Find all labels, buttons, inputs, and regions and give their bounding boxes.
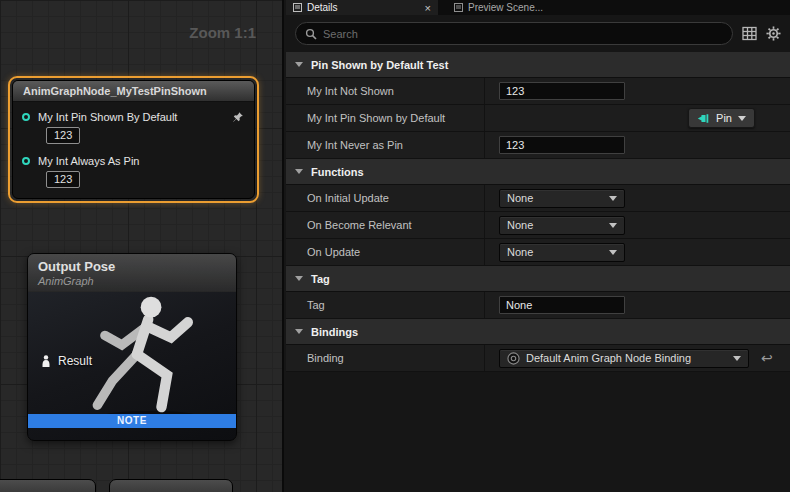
chevron-down-icon — [738, 116, 746, 121]
row-on-update: On Update None — [286, 239, 790, 266]
partial-node[interactable] — [109, 479, 233, 492]
details-toolbar — [286, 15, 790, 52]
my-int-not-shown-input[interactable] — [499, 82, 625, 100]
reset-to-default-icon[interactable]: ↩ — [761, 351, 773, 365]
chevron-down-icon — [609, 250, 617, 255]
details-panel: Details × Preview Scene... — [286, 0, 790, 492]
mannequin-preview-image — [72, 294, 232, 426]
section-pin-shown-by-default-test[interactable]: Pin Shown by Default Test — [286, 52, 790, 78]
output-pose-node[interactable]: Output Pose AnimGraph — [27, 253, 237, 441]
node-title[interactable]: AnimGraphNode_MyTestPinShown — [13, 81, 254, 102]
pose-pin-icon — [40, 355, 52, 367]
pin-button-label: Pin — [716, 112, 732, 124]
search-icon — [305, 28, 317, 40]
dropdown-value: None — [507, 192, 603, 204]
property-matrix-icon[interactable] — [742, 26, 757, 41]
chevron-down-icon — [295, 276, 303, 281]
search-input[interactable] — [323, 28, 723, 40]
on-update-dropdown[interactable]: None — [499, 243, 625, 262]
pin-default-value[interactable]: 123 — [46, 127, 80, 144]
row-binding: Binding Default Anim Graph Node Binding … — [286, 345, 790, 372]
my-int-never-as-pin-input[interactable] — [499, 136, 625, 154]
dropdown-value: None — [507, 219, 603, 231]
property-label: My Int Not Shown — [286, 78, 485, 104]
property-label: My Int Never as Pin — [286, 132, 485, 158]
result-pin-label: Result — [58, 354, 92, 368]
section-title: Bindings — [311, 326, 358, 338]
note-bar[interactable]: NOTE — [28, 414, 236, 428]
partial-node[interactable] — [0, 479, 96, 492]
property-label: Tag — [286, 292, 485, 318]
node-pin-row: My Int Always As Pin — [13, 146, 254, 167]
chevron-down-icon — [733, 356, 741, 361]
section-functions[interactable]: Functions — [286, 159, 790, 185]
section-tag[interactable]: Tag — [286, 266, 790, 292]
tab-details[interactable]: Details × — [286, 0, 438, 15]
tab-label: Details — [307, 2, 338, 13]
section-bindings[interactable]: Bindings — [286, 319, 790, 345]
on-become-relevant-dropdown[interactable]: None — [499, 216, 625, 235]
property-label: On Initial Update — [286, 185, 485, 211]
property-label: On Become Relevant — [286, 212, 485, 238]
details-tab-icon — [293, 3, 302, 12]
row-tag: Tag — [286, 292, 790, 319]
int-pin-icon[interactable] — [22, 113, 30, 121]
pin-label: My Int Pin Shown By Default — [38, 111, 177, 123]
output-node-header[interactable]: Output Pose AnimGraph — [28, 254, 236, 292]
binding-dropdown[interactable]: Default Anim Graph Node Binding — [499, 349, 749, 368]
gear-icon[interactable] — [766, 26, 781, 41]
pin-icon — [697, 112, 710, 125]
pose-preview: Result NOTE — [28, 292, 236, 428]
section-title: Tag — [311, 273, 330, 285]
preview-tab-icon — [454, 3, 463, 12]
zoom-level-label: Zoom 1:1 — [189, 24, 256, 41]
dropdown-value: Default Anim Graph Node Binding — [526, 352, 721, 364]
chevron-down-icon — [295, 329, 303, 334]
close-icon[interactable]: × — [425, 3, 431, 13]
row-my-int-never-as-pin: My Int Never as Pin — [286, 132, 790, 159]
pin-label: My Int Always As Pin — [38, 155, 139, 167]
dropdown-value: None — [507, 246, 603, 258]
chevron-down-icon — [295, 62, 303, 67]
on-initial-update-dropdown[interactable]: None — [499, 189, 625, 208]
binding-icon — [507, 352, 520, 365]
section-title: Pin Shown by Default Test — [311, 59, 448, 71]
row-on-initial-update: On Initial Update None — [286, 185, 790, 212]
result-pin[interactable]: Result — [40, 354, 92, 368]
property-label: On Update — [286, 239, 485, 265]
tab-label: Preview Scene... — [468, 2, 543, 13]
int-pin-icon[interactable] — [22, 157, 30, 165]
chevron-down-icon — [295, 169, 303, 174]
row-my-int-not-shown: My Int Not Shown — [286, 78, 790, 105]
pin-visibility-dropdown[interactable]: Pin — [688, 108, 755, 128]
anim-graph-canvas[interactable]: Zoom 1:1 AnimGraphNode_MyTestPinShown My… — [0, 0, 284, 492]
property-label: Binding — [286, 345, 485, 371]
node-title: Output Pose — [38, 259, 226, 274]
chevron-down-icon — [609, 223, 617, 228]
property-label: My Int Pin Shown by Default — [286, 105, 485, 131]
pin-toggle-icon[interactable] — [232, 111, 244, 123]
row-my-int-pin-shown-by-default: My Int Pin Shown by Default Pin — [286, 105, 790, 132]
section-title: Functions — [311, 166, 364, 178]
tag-input[interactable] — [499, 296, 625, 314]
pin-default-value[interactable]: 123 — [46, 171, 80, 188]
row-on-become-relevant: On Become Relevant None — [286, 212, 790, 239]
search-box[interactable] — [295, 22, 733, 45]
anim-graph-test-node[interactable]: AnimGraphNode_MyTestPinShown My Int Pin … — [8, 76, 259, 203]
node-pin-row: My Int Pin Shown By Default — [13, 102, 254, 123]
node-subtitle: AnimGraph — [38, 275, 226, 287]
panel-tab-bar: Details × Preview Scene... — [286, 0, 790, 15]
chevron-down-icon — [609, 196, 617, 201]
tab-preview-scene[interactable]: Preview Scene... — [447, 0, 550, 15]
